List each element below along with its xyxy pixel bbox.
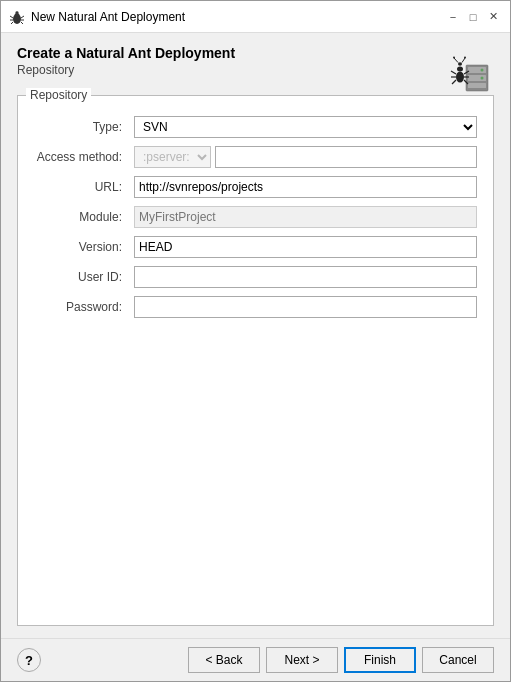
userid-cell (130, 262, 481, 292)
url-row: URL: (30, 172, 481, 202)
svg-line-6 (21, 16, 24, 18)
title-bar-controls: − □ ✕ (444, 8, 502, 26)
svg-point-14 (481, 77, 484, 80)
module-input[interactable] (134, 206, 477, 228)
svg-line-24 (454, 58, 458, 63)
svg-line-5 (11, 22, 13, 24)
content-area: Create a Natural Ant Deployment Reposito… (1, 33, 510, 638)
access-method-label: Access method: (30, 142, 130, 172)
form-table: Type: SVN Access method: (30, 112, 481, 322)
type-cell: SVN (130, 112, 481, 142)
url-input[interactable] (134, 176, 477, 198)
version-label: Version: (30, 232, 130, 262)
svg-rect-12 (468, 83, 486, 88)
maximize-button[interactable]: □ (464, 8, 482, 26)
access-method-cell: :pserver: (130, 142, 481, 172)
group-legend: Repository (26, 88, 91, 102)
window: New Natural Ant Deployment − □ ✕ Create … (0, 0, 511, 682)
minimize-button[interactable]: − (444, 8, 462, 26)
access-method-row: Access method: :pserver: (30, 142, 481, 172)
svg-line-25 (462, 58, 465, 63)
access-method-wrapper: :pserver: (134, 146, 477, 168)
password-input[interactable] (134, 296, 477, 318)
finish-button[interactable]: Finish (344, 647, 416, 673)
svg-point-16 (457, 67, 463, 72)
svg-point-17 (458, 62, 462, 66)
userid-input[interactable] (134, 266, 477, 288)
help-button[interactable]: ? (17, 648, 41, 672)
svg-point-26 (453, 57, 455, 59)
page-header: Create a Natural Ant Deployment Reposito… (17, 45, 235, 89)
type-label: Type: (30, 112, 130, 142)
access-extra-input[interactable] (215, 146, 477, 168)
version-row: Version: (30, 232, 481, 262)
url-cell (130, 172, 481, 202)
back-button[interactable]: < Back (188, 647, 260, 673)
window-icon (9, 9, 25, 25)
password-row: Password: (30, 292, 481, 322)
module-row: Module: (30, 202, 481, 232)
svg-point-27 (464, 57, 466, 59)
page-subtitle: Repository (17, 63, 235, 77)
window-title: New Natural Ant Deployment (31, 10, 185, 24)
ant-icon (446, 47, 492, 93)
module-cell (130, 202, 481, 232)
footer-left: ? (17, 648, 41, 672)
title-bar: New Natural Ant Deployment − □ ✕ (1, 1, 510, 33)
version-cell (130, 232, 481, 262)
footer-right: < Back Next > Finish Cancel (188, 647, 494, 673)
svg-line-3 (10, 16, 13, 18)
svg-point-2 (16, 11, 19, 13)
version-input[interactable] (134, 236, 477, 258)
type-row: Type: SVN (30, 112, 481, 142)
type-select-wrapper: SVN (134, 116, 477, 138)
svg-line-8 (21, 22, 23, 24)
svg-point-15 (456, 72, 464, 83)
close-button[interactable]: ✕ (484, 8, 502, 26)
userid-label: User ID: (30, 262, 130, 292)
module-label: Module: (30, 202, 130, 232)
password-label: Password: (30, 292, 130, 322)
title-bar-left: New Natural Ant Deployment (9, 9, 185, 25)
svg-point-13 (481, 69, 484, 72)
footer: ? < Back Next > Finish Cancel (1, 638, 510, 681)
password-cell (130, 292, 481, 322)
svg-line-18 (451, 71, 456, 74)
next-button[interactable]: Next > (266, 647, 338, 673)
cancel-button[interactable]: Cancel (422, 647, 494, 673)
url-label: URL: (30, 172, 130, 202)
page-title: Create a Natural Ant Deployment (17, 45, 235, 61)
ant-icon-area (444, 45, 494, 95)
type-select[interactable]: SVN (134, 116, 477, 138)
userid-row: User ID: (30, 262, 481, 292)
repository-group: Repository Type: SVN Access method: (17, 95, 494, 626)
svg-line-20 (452, 80, 456, 84)
access-method-select[interactable]: :pserver: (134, 146, 211, 168)
